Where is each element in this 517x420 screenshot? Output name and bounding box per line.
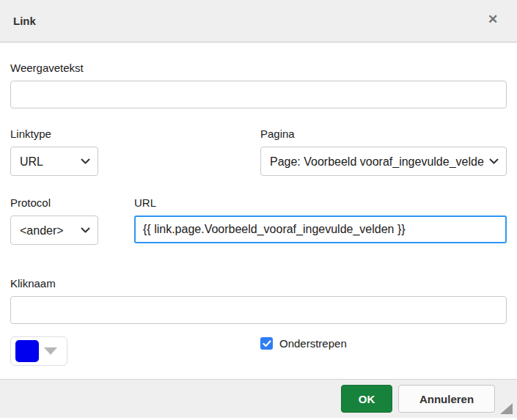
resize-handle[interactable]	[500, 403, 513, 414]
close-icon: ✕	[488, 12, 498, 26]
close-button[interactable]: ✕	[483, 10, 502, 29]
pagina-label: Pagina	[260, 128, 507, 141]
linktype-label: Linktype	[10, 128, 98, 141]
page-field: Pagina Page: Voorbeeld vooraf_ingevulde_…	[260, 128, 507, 176]
linktype-field: Linktype URL	[10, 128, 98, 176]
display-text-input[interactable]	[10, 81, 507, 108]
underline-label: Onderstrepen	[279, 336, 347, 350]
kliknaam-label: Kliknaam	[10, 277, 507, 290]
url-field: URL	[134, 196, 507, 243]
page-select[interactable]: Page: Voorbeeld vooraf_ingevulde_velden	[261, 147, 506, 175]
dialog-header: Link ✕	[0, 0, 517, 43]
dialog-body: Weergavetekst Linktype URL Pagina	[0, 43, 517, 379]
url-input[interactable]	[134, 215, 507, 243]
kliknaam-input[interactable]	[10, 296, 507, 324]
click-name-field: Kliknaam	[10, 277, 507, 324]
text-color-button[interactable]	[10, 336, 67, 366]
display-text-label: Weergavetekst	[10, 62, 507, 75]
check-icon	[263, 340, 271, 347]
protocol-label: Protocol	[10, 196, 98, 210]
dialog-footer: OK Annuleren	[0, 379, 517, 418]
color-swatch	[15, 340, 39, 362]
ok-button[interactable]: OK	[341, 385, 392, 413]
linktype-select[interactable]: URL	[11, 147, 98, 175]
linktype-select-wrap: URL	[10, 147, 98, 176]
linktype-page-row: Linktype URL Pagina Page: Voorbeeld voor…	[10, 128, 507, 176]
color-underline-row: Onderstrepen	[10, 336, 507, 366]
protocol-field: Protocol <ander>	[10, 196, 98, 245]
page-title: Link	[13, 15, 36, 27]
protocol-url-row: Protocol <ander> URL	[10, 196, 507, 245]
url-label: URL	[134, 196, 507, 210]
underline-option: Onderstrepen	[260, 336, 347, 350]
link-dialog: Link ✕ Weergavetekst Linktype URL Pag	[0, 0, 517, 420]
protocol-select[interactable]: <ander>	[11, 216, 98, 244]
caret-down-icon	[44, 347, 57, 355]
page-select-wrap: Page: Voorbeeld vooraf_ingevulde_velden	[260, 147, 507, 176]
cancel-button[interactable]: Annuleren	[398, 385, 495, 413]
underline-checkbox[interactable]	[260, 337, 273, 350]
protocol-select-wrap: <ander>	[10, 215, 98, 245]
